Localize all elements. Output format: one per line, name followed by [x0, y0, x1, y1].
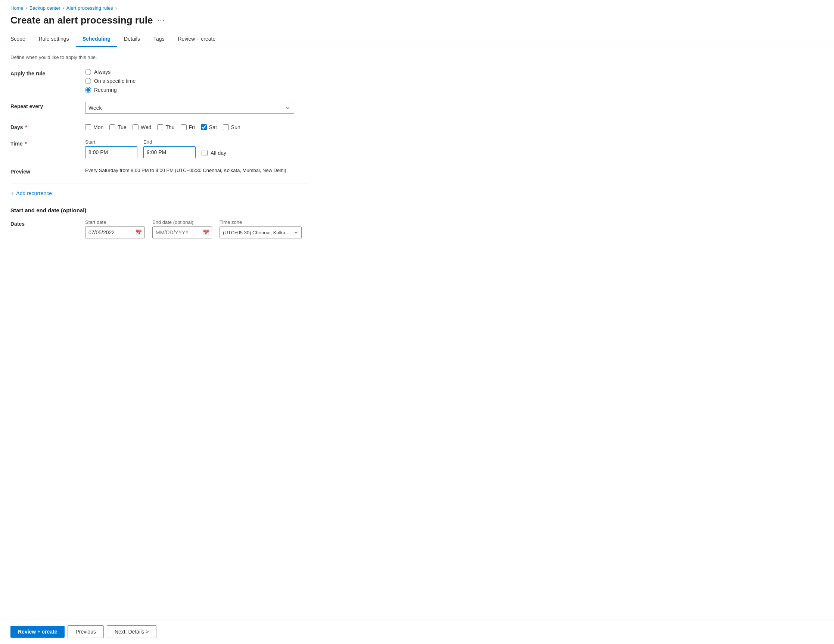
- day-mon[interactable]: Mon: [85, 124, 103, 130]
- start-time-input[interactable]: [85, 146, 137, 158]
- day-fri-label: Fri: [189, 124, 195, 130]
- preview-control: Every Saturday from 8:00 PM to 9:00 PM (…: [85, 167, 309, 173]
- end-time-field: End: [143, 139, 196, 158]
- add-recurrence-link[interactable]: + Add recurrence: [10, 190, 309, 197]
- time-label: Time *: [10, 139, 85, 147]
- day-fri[interactable]: Fri: [181, 124, 195, 130]
- day-sat-label: Sat: [209, 124, 217, 130]
- day-sun-checkbox[interactable]: [223, 124, 229, 130]
- dates-label: Dates: [10, 220, 85, 227]
- page-subtitle: Define when you'd like to apply this rul…: [10, 55, 824, 60]
- repeat-every-control: Hour Day Week Month: [85, 102, 309, 114]
- allday-option[interactable]: All day: [202, 150, 226, 158]
- apply-rule-control: Always On a specific time Recurring: [85, 69, 309, 93]
- day-sat-checkbox[interactable]: [201, 124, 207, 130]
- end-time-label: End: [143, 139, 196, 145]
- repeat-every-select[interactable]: Hour Day Week Month: [85, 102, 294, 114]
- radio-recurring-input[interactable]: [85, 87, 91, 93]
- end-time-input[interactable]: [143, 146, 196, 158]
- time-group: Start End All day: [85, 139, 309, 158]
- days-row: Days * Mon Tue Wed: [10, 123, 309, 130]
- day-fri-checkbox[interactable]: [181, 124, 187, 130]
- end-date-field: End date (optional) 📅: [152, 220, 212, 239]
- day-wed[interactable]: Wed: [133, 124, 152, 130]
- day-mon-checkbox[interactable]: [85, 124, 91, 130]
- start-date-field: Start date 📅: [85, 220, 145, 239]
- next-button[interactable]: Next: Details >: [107, 625, 157, 638]
- start-date-wrapper: 📅: [85, 226, 145, 239]
- repeat-every-row: Repeat every Hour Day Week Month: [10, 102, 309, 114]
- day-wed-label: Wed: [141, 124, 152, 130]
- apply-rule-label: Apply the rule: [10, 69, 85, 76]
- preview-label: Preview: [10, 167, 85, 174]
- main-content: Define when you'd like to apply this rul…: [0, 47, 834, 619]
- days-label: Days *: [10, 123, 85, 130]
- footer: Review + create Previous Next: Details >: [0, 619, 834, 644]
- days-group: Mon Tue Wed Thu: [85, 123, 309, 130]
- preview-text: Every Saturday from 8:00 PM to 9:00 PM (…: [85, 166, 286, 173]
- apply-rule-row: Apply the rule Always On a specific time…: [10, 69, 309, 93]
- time-required-marker: *: [23, 140, 26, 147]
- page-title-area: Create an alert processing rule ···: [0, 13, 834, 32]
- breadcrumb-home[interactable]: Home: [10, 5, 24, 11]
- tab-review-create[interactable]: Review + create: [171, 32, 222, 47]
- day-tue-checkbox[interactable]: [109, 124, 115, 130]
- day-wed-checkbox[interactable]: [133, 124, 139, 130]
- page-title: Create an alert processing rule: [10, 15, 153, 26]
- day-sat[interactable]: Sat: [201, 124, 217, 130]
- day-sun-label: Sun: [231, 124, 241, 130]
- repeat-every-label: Repeat every: [10, 102, 85, 109]
- start-end-date-section: Start and end date (optional) Dates Star…: [10, 207, 309, 239]
- radio-recurring-label: Recurring: [94, 87, 117, 93]
- more-options-icon[interactable]: ···: [157, 16, 165, 24]
- radio-always-input[interactable]: [85, 69, 91, 75]
- start-time-label: Start: [85, 139, 137, 145]
- end-date-input[interactable]: [152, 226, 212, 239]
- start-date-label: Start date: [85, 220, 145, 225]
- day-mon-label: Mon: [93, 124, 103, 130]
- radio-always[interactable]: Always: [85, 69, 309, 75]
- start-date-input[interactable]: [85, 226, 145, 239]
- day-tue-label: Tue: [118, 124, 126, 130]
- day-tue[interactable]: Tue: [109, 124, 126, 130]
- start-time-field: Start: [85, 139, 137, 158]
- review-create-button[interactable]: Review + create: [10, 626, 65, 638]
- tab-tags[interactable]: Tags: [147, 32, 171, 47]
- apply-rule-radio-group: Always On a specific time Recurring: [85, 69, 309, 93]
- end-date-wrapper: 📅: [152, 226, 212, 239]
- radio-recurring[interactable]: Recurring: [85, 87, 309, 93]
- tabs-container: Scope Rule settings Scheduling Details T…: [0, 32, 834, 47]
- breadcrumb-sep1: ›: [26, 6, 27, 11]
- form-section: Apply the rule Always On a specific time…: [10, 69, 309, 239]
- timezone-select[interactable]: (UTC+05:30) Chennai, Kolka...: [220, 226, 302, 239]
- add-recurrence-label: Add recurrence: [16, 190, 52, 196]
- end-date-label: End date (optional): [152, 220, 212, 225]
- radio-specific-time[interactable]: On a specific time: [85, 78, 309, 84]
- previous-button[interactable]: Previous: [68, 625, 103, 638]
- time-row: Time * Start End All day: [10, 139, 309, 158]
- allday-label: All day: [210, 150, 226, 156]
- radio-specific-time-input[interactable]: [85, 78, 91, 84]
- plus-icon: +: [10, 190, 14, 197]
- breadcrumb-alert-rules[interactable]: Alert processing rules: [66, 5, 113, 11]
- breadcrumb-sep3: ›: [115, 6, 117, 11]
- radio-specific-time-label: On a specific time: [94, 78, 136, 84]
- day-sun[interactable]: Sun: [223, 124, 241, 130]
- time-control: Start End All day: [85, 139, 309, 158]
- tab-scheduling[interactable]: Scheduling: [76, 32, 117, 47]
- tab-scope[interactable]: Scope: [10, 32, 32, 47]
- day-thu-checkbox[interactable]: [157, 124, 163, 130]
- tab-details[interactable]: Details: [117, 32, 147, 47]
- section-divider: [10, 184, 309, 184]
- days-control: Mon Tue Wed Thu: [85, 123, 309, 130]
- breadcrumb-backup-center[interactable]: Backup center: [29, 5, 60, 11]
- breadcrumb-sep2: ›: [63, 6, 64, 11]
- tab-rule-settings[interactable]: Rule settings: [32, 32, 76, 47]
- breadcrumb: Home › Backup center › Alert processing …: [0, 0, 834, 13]
- days-required-marker: *: [24, 124, 27, 130]
- allday-checkbox[interactable]: [202, 150, 208, 156]
- start-end-date-heading: Start and end date (optional): [10, 207, 309, 213]
- timezone-field: Time zone (UTC+05:30) Chennai, Kolka...: [220, 220, 302, 239]
- day-thu-label: Thu: [165, 124, 175, 130]
- day-thu[interactable]: Thu: [157, 124, 175, 130]
